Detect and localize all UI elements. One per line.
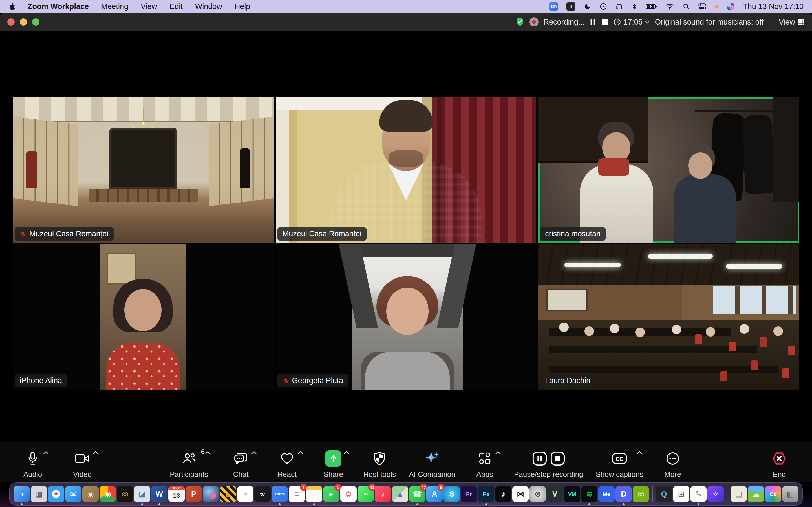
menu-meeting[interactable]: Meeting (101, 2, 128, 11)
encryption-shield-icon[interactable] (515, 17, 524, 27)
apps-options-chevron[interactable] (495, 451, 501, 455)
captions-options-chevron[interactable] (637, 451, 643, 455)
dock-facetime-icon[interactable]: ▸1 (323, 486, 340, 502)
dock-zoom-icon[interactable]: zoom (271, 486, 288, 502)
video-tile-cristina[interactable]: cristina mosutan (538, 97, 799, 243)
dock-geforce-icon[interactable]: ◎ (633, 486, 649, 502)
battery-charging-icon[interactable] (646, 3, 657, 10)
dock-siri-icon[interactable] (203, 486, 219, 502)
video-tile-laura-classroom[interactable]: Laura Dachin (538, 244, 799, 390)
menubar-clock[interactable]: Thu 13 Nov 17:10 (743, 2, 804, 11)
dock-photos-folder-icon[interactable]: ▤ (730, 486, 747, 502)
dock-vegas-icon[interactable]: V (547, 486, 563, 502)
stop-recording-button[interactable] (601, 18, 608, 26)
dock-tiktok-icon[interactable]: ♪ (495, 486, 511, 502)
dock-notes-icon[interactable] (306, 486, 322, 502)
participants-button[interactable]: 6 Participants (166, 446, 211, 479)
meeting-timer[interactable]: 17:06 (613, 18, 650, 26)
zoom-window-button[interactable] (32, 18, 40, 25)
pause-stop-recording-button[interactable]: Pause/stop recording (514, 446, 583, 479)
dock-mail-icon[interactable]: ✉ (65, 486, 82, 502)
dock-discord-icon[interactable]: D (615, 486, 632, 502)
dock-preview-icon[interactable]: ◪ (134, 486, 150, 502)
end-meeting-button[interactable]: End (762, 446, 796, 479)
dock-premiere-pro-icon[interactable]: Pr (461, 486, 477, 502)
dock-music-icon[interactable]: ♪ (375, 486, 391, 502)
dock-photos-icon[interactable]: ✿ (340, 486, 357, 502)
pause-recording-button[interactable] (590, 18, 596, 26)
dock-search-app-icon[interactable]: ✧ (707, 486, 724, 502)
close-window-button[interactable] (7, 18, 15, 25)
dock-skype-icon[interactable]: S (444, 486, 460, 502)
siri-icon[interactable] (726, 3, 734, 10)
spotlight-search-icon[interactable] (682, 3, 690, 10)
dock-capcut-icon[interactable]: ⋈ (512, 486, 529, 502)
audio-options-chevron[interactable] (43, 451, 49, 455)
menu-window[interactable]: Window (195, 2, 222, 11)
share-button[interactable]: Share (316, 446, 350, 479)
chat-options-chevron[interactable] (251, 451, 257, 455)
control-center-icon[interactable] (698, 3, 706, 10)
dock-ms-installer-icon[interactable]: ⊞ (673, 486, 689, 502)
participants-options-chevron[interactable] (205, 451, 211, 455)
dock-reminders-icon[interactable]: ≡7 (289, 486, 305, 502)
dock-creative-cloud-folder-icon[interactable]: Cc (765, 486, 781, 502)
dock-quicktime-icon[interactable]: Q (656, 486, 672, 502)
dock-safari-icon[interactable]: ✦ (48, 486, 64, 502)
apple-menu-icon[interactable] (8, 3, 15, 10)
dock-voicemod-icon[interactable]: VM (564, 486, 580, 502)
dock-spotify-icon[interactable]: ≋ (581, 486, 598, 502)
dock-finder-icon[interactable]: ◑ (13, 486, 30, 502)
video-tile-georgeta[interactable]: Georgeta Pluta (276, 244, 537, 390)
do-not-disturb-icon[interactable] (584, 3, 591, 10)
dock-maps-icon[interactable]: ▲ (392, 486, 408, 502)
host-tools-button[interactable]: Host tools (363, 446, 396, 479)
video-tile-muzeul-speaker[interactable]: Muzeul Casa Romanței (276, 97, 537, 243)
text-app-menubar-icon[interactable]: T (566, 2, 575, 11)
stop-recording-icon[interactable] (550, 451, 565, 466)
dock-textedit-icon[interactable]: ✎ (690, 486, 707, 502)
dock-whatsapp-icon[interactable]: ☎47 (409, 486, 425, 502)
video-options-chevron[interactable] (93, 451, 99, 455)
video-tile-alina[interactable]: iPhone Alina (13, 244, 274, 390)
headphones-icon[interactable] (615, 3, 623, 10)
dock-aperture-app-icon[interactable]: ⊙ (529, 486, 546, 502)
chat-button[interactable]: Chat (224, 446, 258, 479)
menubar-app-name[interactable]: Zoom Workplace (28, 2, 89, 11)
video-button[interactable]: Video (65, 446, 99, 479)
more-button[interactable]: More (656, 446, 690, 479)
wifi-icon[interactable] (666, 3, 674, 10)
dock-trash-icon[interactable]: ▥ (782, 486, 799, 502)
dock-messages-icon[interactable]: •••41 (357, 486, 374, 502)
dock-launchpad-icon[interactable]: ▦ (31, 486, 47, 502)
dock-apple-tv-icon[interactable]: tv (254, 486, 271, 502)
pause-recording-icon[interactable] (532, 451, 547, 466)
ai-companion-button[interactable]: AI Companion (409, 446, 455, 479)
zoom-menubar-icon[interactable]: zm (549, 2, 558, 11)
dock-calendar-icon[interactable]: 13NOV (168, 486, 185, 502)
dock-wave-app-icon[interactable]: ≈ (237, 486, 253, 502)
dock-powerpoint-icon[interactable]: P (186, 486, 202, 502)
react-button[interactable]: React (270, 446, 304, 479)
dock-mediahuman-icon[interactable]: Me (598, 486, 615, 502)
minimize-window-button[interactable] (20, 18, 27, 25)
menu-view[interactable]: View (141, 2, 157, 11)
original-sound-toggle[interactable]: Original sound for musicians: off (655, 18, 763, 26)
audio-button[interactable]: Audio (16, 446, 50, 479)
dock-rings-app-icon[interactable]: ◎ (117, 486, 133, 502)
dock-contacts-icon[interactable]: ◉ (82, 486, 99, 502)
dock-burn-app-icon[interactable]: ▲ (220, 486, 236, 502)
dock-photoshop-icon[interactable]: Ps (478, 486, 494, 502)
now-playing-icon[interactable] (600, 3, 607, 10)
menu-help[interactable]: Help (235, 2, 250, 11)
menu-edit[interactable]: Edit (169, 2, 183, 11)
show-captions-button[interactable]: CC Show captions (596, 446, 644, 479)
dock-chrome-icon[interactable]: ◉ (100, 486, 116, 502)
share-options-chevron[interactable] (343, 451, 350, 455)
video-tile-muzeul-room[interactable]: Muzeul Casa Romanței (13, 97, 274, 243)
dock-word-icon[interactable]: W (151, 486, 167, 502)
dock-app-store-icon[interactable]: A5 (426, 486, 443, 502)
react-options-chevron[interactable] (297, 451, 303, 455)
dock-cloud-folder-icon[interactable]: ☁ (748, 486, 764, 502)
apps-button[interactable]: Apps (468, 446, 502, 479)
